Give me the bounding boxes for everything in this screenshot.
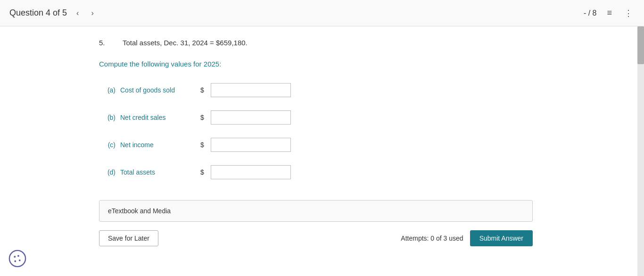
header-right: - / 8 ≡ ⋮ <box>584 6 635 20</box>
input-total-assets[interactable] <box>211 165 291 179</box>
content-inner: 5. Total assets, Dec. 31, 2024 = $659,18… <box>90 26 608 260</box>
svg-point-3 <box>19 259 21 261</box>
next-button[interactable]: › <box>88 7 96 19</box>
label-letter-b: (b) <box>99 114 116 121</box>
note-text: Total assets, Dec. 31, 2024 = $659,180. <box>123 39 248 47</box>
etextbook-label: eTextbook and Media <box>108 207 171 215</box>
form-row-b: (b) Net credit sales $ <box>99 104 580 131</box>
label-text-c: Net income <box>120 141 196 149</box>
scrollbar-thumb[interactable] <box>637 26 644 64</box>
compute-instruction: Compute the following values for 2025: <box>99 51 580 76</box>
dollar-b: $ <box>200 114 204 121</box>
etextbook-section[interactable]: eTextbook and Media <box>99 200 533 222</box>
form-fields: (a) Cost of goods sold $ (b) Net credit … <box>99 76 580 186</box>
label-letter-a: (a) <box>99 86 116 94</box>
attempts-text: Attempts: 0 of 3 used <box>401 234 463 242</box>
svg-point-4 <box>14 260 16 262</box>
note-line: 5. Total assets, Dec. 31, 2024 = $659,18… <box>99 31 580 51</box>
save-for-later-button[interactable]: Save for Later <box>99 230 158 246</box>
list-icon-button[interactable]: ≡ <box>605 6 614 20</box>
cookie-icon[interactable] <box>8 250 26 268</box>
svg-point-1 <box>14 256 16 258</box>
input-net-income[interactable] <box>211 138 291 152</box>
input-net-credit-sales[interactable] <box>211 110 291 125</box>
header-bar: Question 4 of 5 ‹ › - / 8 ≡ ⋮ <box>0 0 644 26</box>
label-text-b: Net credit sales <box>120 114 196 121</box>
form-row-d: (d) Total assets $ <box>99 159 580 186</box>
header-left: Question 4 of 5 ‹ › <box>9 7 97 19</box>
label-letter-d: (d) <box>99 168 116 176</box>
submit-answer-button[interactable]: Submit Answer <box>470 230 533 246</box>
form-row-a: (a) Cost of goods sold $ <box>99 76 580 104</box>
note-number: 5. <box>99 39 113 47</box>
input-cost-of-goods-sold[interactable] <box>211 83 291 97</box>
label-letter-c: (c) <box>99 141 116 149</box>
label-text-a: Cost of goods sold <box>120 86 196 94</box>
question-title: Question 4 of 5 <box>9 8 67 18</box>
scrollbar-track <box>637 26 644 276</box>
main-content: 5. Total assets, Dec. 31, 2024 = $659,18… <box>0 26 644 276</box>
dollar-c: $ <box>200 141 204 149</box>
dollar-a: $ <box>200 86 204 94</box>
score-display: - / 8 <box>584 9 597 17</box>
prev-button[interactable]: ‹ <box>74 7 82 19</box>
more-options-button[interactable]: ⋮ <box>622 6 635 20</box>
dollar-d: $ <box>200 168 204 176</box>
svg-point-0 <box>9 251 25 267</box>
footer-bar: Save for Later Attempts: 0 of 3 used Sub… <box>99 222 533 251</box>
svg-point-2 <box>17 255 19 257</box>
label-text-d: Total assets <box>120 168 196 176</box>
footer-right: Attempts: 0 of 3 used Submit Answer <box>401 230 533 246</box>
form-row-c: (c) Net income $ <box>99 131 580 159</box>
